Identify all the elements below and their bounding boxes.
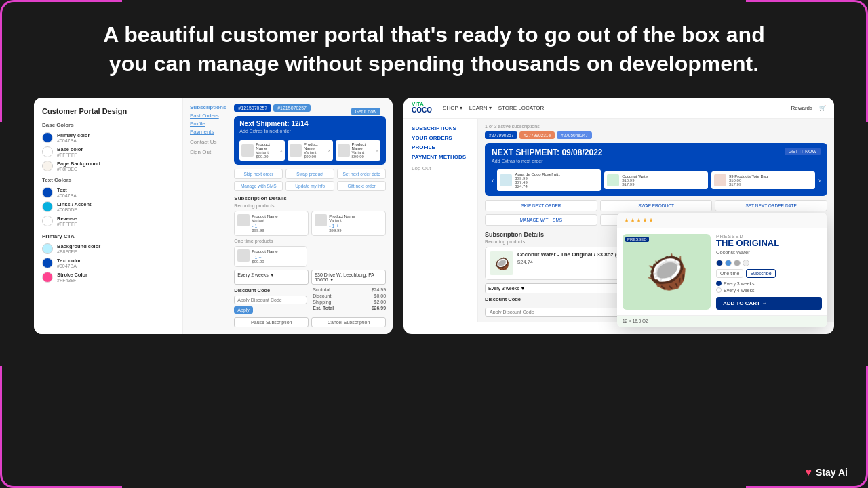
links-color-swatch xyxy=(42,201,53,212)
add-to-cart-button[interactable]: ADD TO CART → xyxy=(716,297,822,310)
delivery-select[interactable]: 930 Drive W, Leechburg, PA 15656 ▼ xyxy=(311,270,386,285)
vita-logout[interactable]: Log Out xyxy=(412,165,469,171)
manage-sms-btn[interactable]: Manage with SMS xyxy=(234,181,283,191)
vita-get-it-btn[interactable]: GET IT NOW xyxy=(785,148,821,155)
portals-row: Customer Portal Design Base Colors Prima… xyxy=(0,98,868,334)
total-label: Est. Total xyxy=(313,306,334,310)
cta-text-label: Text color xyxy=(57,258,81,264)
size-dot-4[interactable] xyxy=(743,260,749,266)
popup-option-2[interactable]: Subscribe xyxy=(746,269,775,278)
nav-contact[interactable]: Contact Us xyxy=(190,139,226,145)
order-tab-1[interactable]: #1215070257 xyxy=(234,104,271,112)
nav-subscriptions[interactable]: Subscriptions xyxy=(190,104,226,110)
skip-order-btn[interactable]: Skip next order xyxy=(234,169,283,179)
popup-size-label: 12 × 16.9 OZ xyxy=(623,319,648,323)
cart-icon[interactable]: 🛒 xyxy=(819,105,826,111)
subscription-panel: Subscriptions Past Orders Profile Paymen… xyxy=(183,98,393,334)
prev-product-arrow[interactable]: ‹ xyxy=(492,177,494,184)
color-row-cta-stroke: Stroke Color #FF438F xyxy=(42,272,174,283)
pause-button[interactable]: Pause Subscription xyxy=(234,317,309,327)
popup-option-1[interactable]: One time xyxy=(716,269,743,278)
product-close-3[interactable]: × xyxy=(376,148,378,153)
rewards-label[interactable]: Rewards xyxy=(791,105,812,111)
text-color-hex: #0047BA xyxy=(57,193,77,198)
shipping-label: Shipping xyxy=(313,300,331,304)
design-panel: Customer Portal Design Base Colors Prima… xyxy=(34,98,183,334)
nav-shop[interactable]: SHOP ▾ xyxy=(443,105,462,111)
vita-prod-detail-img: 🥥 xyxy=(490,251,513,275)
base-color-swatch xyxy=(42,146,53,157)
discount-val: $0.00 xyxy=(374,293,387,298)
popup-radio-1[interactable] xyxy=(716,281,722,286)
vita-set-date-btn[interactable]: SET NEXT ORDER DATE xyxy=(715,200,827,211)
vita-prod-price-2: $10.99$17.99 xyxy=(622,178,649,186)
nav-past-orders[interactable]: Past Orders xyxy=(190,113,226,119)
sub-nav: Subscriptions Past Orders Profile Paymen… xyxy=(190,104,226,322)
set-date-btn[interactable]: Set next order date xyxy=(337,169,386,179)
heart-icon: ♥ xyxy=(806,466,812,479)
nav-signout[interactable]: Sign Out xyxy=(190,149,226,155)
size-dot-1[interactable] xyxy=(716,260,723,266)
vita-nav-profile[interactable]: PROFILE xyxy=(412,144,469,150)
total-col: Subtotal$24.99 Discount$0.00 Shipping$2.… xyxy=(313,287,386,314)
update-info-btn[interactable]: Update my info xyxy=(285,181,334,191)
discount-val-label: Discount xyxy=(313,293,331,298)
color-row-cta-bg: Background color #B8F0FF xyxy=(42,243,174,254)
vita-logo-line1: VITA xyxy=(412,102,432,107)
vita-products-row: ‹ Agua de Coco Rosefruit... $39.99$37.49… xyxy=(492,169,821,191)
shipping-value: $2.00 xyxy=(374,300,387,304)
size-dot-3[interactable] xyxy=(734,260,741,266)
vita-tab-2[interactable]: #277990231e xyxy=(519,131,555,139)
frequency-select[interactable]: Every 2 weeks ▼ xyxy=(234,270,309,285)
vita-skip-btn[interactable]: SKIP NEXT ORDER xyxy=(485,200,597,211)
vita-swap-btn[interactable]: SWAP PRODUCT xyxy=(600,200,713,211)
text-color-label: Text xyxy=(57,187,77,193)
star-4: ★ xyxy=(642,217,648,224)
gift-order-btn[interactable]: Gift next order xyxy=(337,181,386,191)
product-close-1[interactable]: × xyxy=(280,148,283,153)
vita-manage-sms-btn[interactable]: MANAGE WITH SMS xyxy=(485,214,597,226)
popup-radio-2[interactable] xyxy=(716,287,722,293)
popup-header: ★ ★ ★ ★ ★ xyxy=(617,213,827,228)
primary-color-hex: #0047BA xyxy=(57,138,90,143)
vita-nav-your-orders[interactable]: YOUR ORDERS xyxy=(412,135,469,141)
vita-nav-right: Rewards 🛒 xyxy=(791,105,826,111)
nav-store-locator[interactable]: STORE LOCATOR xyxy=(498,105,545,111)
popup-sub-opt-2-label: Every 4 weeks xyxy=(724,288,755,293)
nav-payments[interactable]: Payments xyxy=(190,129,226,135)
color-row-bg: Page Background #F8F3EC xyxy=(42,161,174,171)
popup-body: PRESSED 🥥 PRESSED THE ORIGINAL Coconut W… xyxy=(617,228,827,315)
cancel-button[interactable]: Cancel Subscription xyxy=(311,317,386,327)
next-product-arrow[interactable]: › xyxy=(818,177,821,184)
product-thumb-1 xyxy=(241,144,254,157)
rec-variant-1: Variant xyxy=(252,218,277,222)
vita-nav-payment[interactable]: PAYMENT METHODS xyxy=(412,154,469,160)
product-close-2[interactable]: × xyxy=(328,148,330,153)
product-price-2: Variant$99.99 xyxy=(304,150,326,159)
apply-button[interactable]: Apply xyxy=(234,306,253,314)
get-it-button[interactable]: Get it now xyxy=(351,108,381,115)
vita-logo: VITA COCO xyxy=(412,102,432,114)
rec-thumb-2 xyxy=(315,214,327,226)
vita-nav-subscriptions[interactable]: SUBSCRIPTIONS xyxy=(412,125,469,131)
popup-image-area: PRESSED 🥥 xyxy=(623,234,711,310)
nav-learn[interactable]: LEARN ▾ xyxy=(469,105,492,111)
total-value: $26.99 xyxy=(372,306,386,310)
order-tab-2[interactable]: #1215070257 xyxy=(273,104,311,112)
nav-profile[interactable]: Profile xyxy=(190,121,226,127)
vita-sidebar: SUBSCRIPTIONS YOUR ORDERS PROFILE PAYMEN… xyxy=(403,119,478,322)
product-item-1: Product Name Variant$99.99 × xyxy=(239,140,285,161)
vita-tab-1[interactable]: #277990257 xyxy=(485,131,517,139)
swap-product-btn[interactable]: Swap product xyxy=(285,169,334,179)
rec-variant-2: Variant xyxy=(329,218,355,222)
discount-input[interactable] xyxy=(234,296,307,304)
vita-tab-3[interactable]: #270504e247 xyxy=(557,131,592,139)
popup-options: One time Subscribe xyxy=(716,269,822,278)
recurring-product-1: Product Name Variant - 1 + $99.99 xyxy=(234,211,309,236)
page-title: A beautiful customer portal that's ready… xyxy=(81,20,787,79)
size-dot-2[interactable] xyxy=(725,260,732,266)
cta-text-swatch xyxy=(42,258,53,268)
popup-subtitle: Coconut Water xyxy=(716,249,822,256)
cta-bg-hex: #B8F0FF xyxy=(57,249,100,254)
base-color-label: Base color xyxy=(57,146,83,152)
